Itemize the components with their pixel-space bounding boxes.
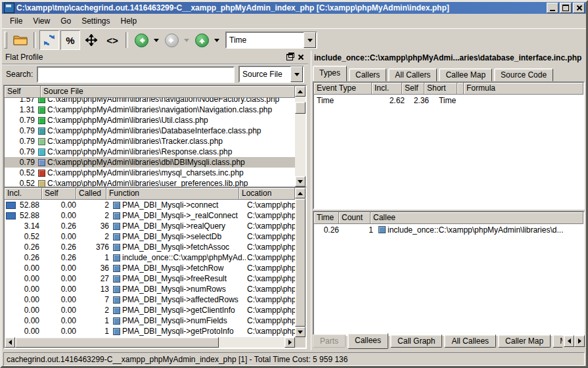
tab-source-code[interactable]: Source Code <box>494 68 553 81</box>
function-row[interactable]: 3.140.2636PMA_DBI_Mysqli->realQueryC:\xa… <box>5 221 295 231</box>
types-row[interactable]: Time2.622.36Time <box>314 95 583 106</box>
tab-callees[interactable]: Callees <box>348 333 388 349</box>
minimize-button[interactable] <box>547 3 558 13</box>
up-dropdown-arrow[interactable] <box>214 39 219 42</box>
column-header-self[interactable]: Self <box>5 86 41 98</box>
scrollbar-thumb[interactable] <box>15 337 219 348</box>
scroll-down-button[interactable] <box>295 327 305 337</box>
scroll-left-button[interactable] <box>5 337 15 348</box>
toolbar-drag-handle[interactable] <box>4 32 7 49</box>
called-value: 2 <box>79 306 112 315</box>
combo-dropdown-button[interactable] <box>290 66 303 82</box>
function-row[interactable]: 0.260.261include_once::C:\xampp\phpMyAd.… <box>5 252 295 263</box>
function-row[interactable]: 0.000.001PMA_DBI_Mysqli->getProtoInfoC:\… <box>5 326 295 336</box>
combo-dropdown-button[interactable] <box>304 32 316 48</box>
back-button[interactable] <box>131 30 151 50</box>
tab-scroll-left-button[interactable] <box>564 335 574 347</box>
column-header-spacer[interactable] <box>457 83 464 95</box>
column-header-count[interactable]: Count <box>339 212 371 224</box>
column-header-function[interactable]: Function <box>106 188 239 200</box>
function-table-vscrollbar[interactable] <box>295 188 305 337</box>
column-header-location[interactable]: Location <box>239 188 295 200</box>
source-file-row[interactable]: 0.79C:\xampp\phpMyAdmin\libraries\Databa… <box>5 126 295 136</box>
scroll-down-button[interactable] <box>295 176 305 187</box>
menu-view[interactable]: View <box>28 14 55 28</box>
function-row[interactable]: 0.000.0036PMA_DBI_Mysqli->fetchRowC:\xam… <box>5 263 295 273</box>
dock-close-button[interactable] <box>296 53 305 61</box>
scrollbar-thumb[interactable] <box>295 198 305 327</box>
up-button[interactable] <box>192 30 212 50</box>
menu-help[interactable]: Help <box>116 14 143 28</box>
source-file-row[interactable]: 0.52C:\xampp\phpMyAdmin\libraries\user_p… <box>5 178 295 187</box>
detail-bottom-tabs: PartsCalleesCall GraphAll CalleesCaller … <box>313 333 562 350</box>
menu-go[interactable]: Go <box>55 14 76 28</box>
scroll-up-button[interactable] <box>295 188 305 198</box>
function-row[interactable]: 0.000.0013PMA_DBI_Mysqli->numRowsC:\xamp… <box>5 284 295 294</box>
column-header-self[interactable]: Self <box>402 83 424 95</box>
group-by-select[interactable]: Source File <box>238 66 304 83</box>
function-row[interactable]: 0.000.0027PMA_DBI_Mysqli->freeResultC:\x… <box>5 273 295 284</box>
swap-panels-button[interactable]: <> <box>102 30 122 50</box>
scrollbar-track[interactable] <box>219 337 284 348</box>
forward-button[interactable] <box>162 30 181 50</box>
tab-machine[interactable]: Machine <box>553 334 562 348</box>
refresh-icon <box>43 34 55 46</box>
column-header-callee[interactable]: Callee <box>371 212 583 224</box>
tab-callee-map[interactable]: Callee Map <box>439 68 492 81</box>
tab-call-graph[interactable]: Call Graph <box>390 334 442 348</box>
column-header-event-type[interactable]: Event Type <box>314 83 372 95</box>
column-header-time[interactable]: Time <box>314 212 339 224</box>
column-header-called[interactable]: Called <box>76 188 106 200</box>
search-input[interactable] <box>37 66 235 83</box>
function-table-hscrollbar[interactable] <box>5 337 295 348</box>
dock-layout-button[interactable] <box>81 30 101 50</box>
source-file-row[interactable]: 1.57C:\xampp\phpMyAdmin\libraries\naviga… <box>5 98 295 104</box>
back-dropdown-arrow[interactable] <box>154 39 159 42</box>
column-header-self[interactable]: Self <box>42 188 76 200</box>
callee-row[interactable]: 0.261include_once::C:\xampp\phpMyAdmin\l… <box>314 224 583 235</box>
tab-types[interactable]: Types <box>313 66 347 81</box>
scrollbar-thumb[interactable] <box>295 102 305 114</box>
cycle-grouping-button[interactable] <box>39 30 59 50</box>
tab-scroll-right-button[interactable] <box>574 335 585 347</box>
source-file-row[interactable]: 0.79C:\xampp\phpMyAdmin\libraries\dbi\DB… <box>5 157 295 168</box>
source-file-row[interactable]: 0.52C:\xampp\phpMyAdmin\libraries\mysql_… <box>5 168 295 178</box>
function-row[interactable]: 52.880.002PMA_DBI_Mysqli->_realConnectC:… <box>5 210 295 221</box>
function-name: PMA_DBI_Mysqli->freeResult <box>122 274 227 283</box>
source-list-vscrollbar[interactable] <box>295 86 305 187</box>
column-header-incl[interactable]: Incl. <box>372 83 402 95</box>
event-type-select[interactable]: Time <box>225 32 317 49</box>
dock-float-button[interactable] <box>285 53 294 61</box>
source-file-row[interactable]: 0.79C:\xampp\phpMyAdmin\libraries\Tracke… <box>5 136 295 147</box>
forward-dropdown-arrow[interactable] <box>184 39 189 42</box>
menu-settings[interactable]: Settings <box>76 14 115 28</box>
column-header-formula[interactable]: Formula <box>464 83 583 95</box>
scroll-up-button[interactable] <box>295 86 305 97</box>
column-header-short[interactable]: Short <box>424 83 457 95</box>
tab-caller-map[interactable]: Caller Map <box>498 334 551 348</box>
function-row[interactable]: 0.000.007PMA_DBI_Mysqli->affectedRowsC:\… <box>5 294 295 305</box>
dock-title-bar[interactable]: Flat Profile <box>2 51 308 64</box>
relative-percent-toggle[interactable]: % <box>60 30 80 50</box>
app-icon[interactable] <box>4 3 14 13</box>
column-header-incl[interactable]: Incl. <box>5 188 42 200</box>
tab-all-callees[interactable]: All Callees <box>444 334 496 348</box>
function-row[interactable]: 52.880.002PMA_DBI_Mysqli->connectC:\xamp… <box>5 200 295 210</box>
tab-all-callers[interactable]: All Callers <box>388 68 437 81</box>
function-row[interactable]: 0.260.26376PMA_DBI_Mysqli->fetchAssocC:\… <box>5 242 295 252</box>
source-file-row[interactable]: 0.79C:\xampp\phpMyAdmin\libraries\Util.c… <box>5 115 295 126</box>
close-button[interactable] <box>573 3 585 13</box>
function-row[interactable]: 0.520.002PMA_DBI_Mysqli->selectDbC:\xamp… <box>5 231 295 242</box>
title-bar[interactable]: C:\xampp\tmp\cachegrind.out.1416463299-C… <box>2 2 586 14</box>
source-file-row[interactable]: 0.79C:\xampp\phpMyAdmin\libraries\Respon… <box>5 147 295 157</box>
source-file-row[interactable]: 1.31C:\xampp\phpMyAdmin\libraries\naviga… <box>5 104 295 115</box>
function-row[interactable]: 0.000.002PMA_DBI_Mysqli->getClientInfoC:… <box>5 305 295 315</box>
scroll-right-button[interactable] <box>284 337 295 348</box>
menu-file[interactable]: File <box>5 14 28 28</box>
open-file-button[interactable] <box>11 30 30 50</box>
tab-callers[interactable]: Callers <box>349 68 386 81</box>
function-row[interactable]: 0.000.001PMA_DBI_Mysqli->numFieldsC:\xam… <box>5 315 295 326</box>
maximize-button[interactable] <box>560 3 572 13</box>
callees-table: Time Count Callee 0.261include_once::C:\… <box>313 211 585 336</box>
column-header-source-file[interactable]: Source File <box>41 86 295 98</box>
